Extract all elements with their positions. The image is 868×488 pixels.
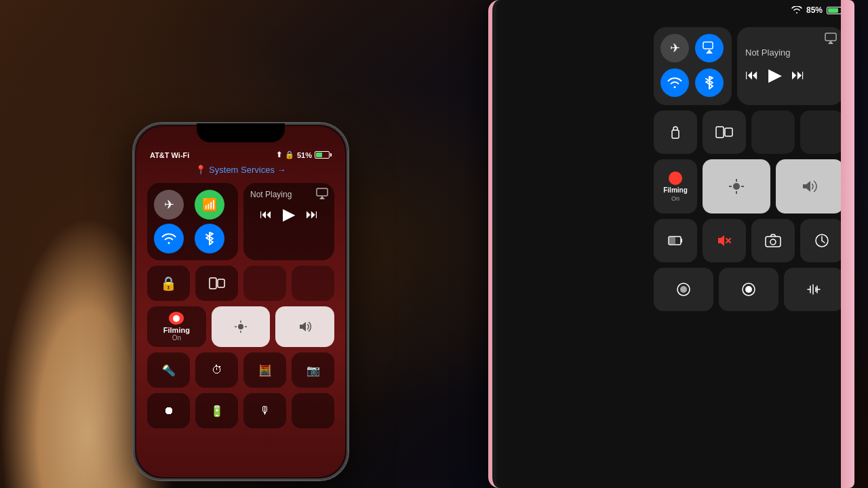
location-icon: 📍 [195, 165, 206, 175]
ipad-next-button[interactable]: ⏭ [791, 67, 805, 83]
svg-rect-14 [725, 128, 732, 136]
calculator-button[interactable]: 🧮 [243, 352, 286, 388]
ipad-play-button[interactable]: ▶ [768, 64, 782, 85]
play-pause-button[interactable]: ▶ [283, 205, 295, 224]
svg-marker-9 [300, 322, 306, 331]
ipad-lock-rotation-button[interactable] [654, 110, 697, 154]
ipad-bluetooth-button[interactable] [695, 68, 724, 97]
camera-button[interactable]: 📷 [292, 352, 334, 388]
ipad-noise-control-button[interactable] [784, 268, 844, 311]
ipad-fourth-row [654, 219, 844, 262]
bluetooth-button[interactable] [195, 224, 224, 253]
svg-point-3 [173, 315, 180, 322]
ipad-second-row [654, 110, 844, 154]
ipad-area: 85% ✈ [461, 0, 854, 488]
iphone-control-center: ✈ 📶 [136, 178, 345, 434]
brightness-slider[interactable] [212, 306, 271, 347]
iphone-location-header[interactable]: 📍 System Services → [136, 162, 345, 178]
screen-mirror-button[interactable] [195, 266, 238, 301]
iphone-battery-pct: 51% [297, 151, 312, 159]
svg-point-15 [733, 183, 740, 190]
timer-button[interactable]: ⏱ [195, 352, 238, 388]
svg-point-4 [238, 324, 243, 329]
svg-point-32 [745, 286, 752, 293]
battery-mode-button[interactable]: 🔋 [195, 393, 238, 428]
filming-sublabel: On [172, 334, 181, 342]
do-not-disturb-button[interactable] [243, 266, 286, 301]
svg-marker-20 [803, 181, 810, 192]
svg-rect-12 [672, 130, 679, 138]
ipad-prev-button[interactable]: ⏮ [745, 67, 759, 83]
ipad-control-center: ✈ [654, 27, 844, 311]
screen-record-button[interactable]: ⏺ [147, 393, 190, 428]
airplane-mode-button[interactable]: ✈ [154, 190, 184, 220]
ipad-unknown-btn-2[interactable] [800, 110, 844, 154]
flashlight-button[interactable]: 🔦 [147, 352, 190, 388]
filming-indicator [169, 312, 184, 325]
ipad-now-playing-panel: Not Playing ⏮ ▶ ⏭ [737, 27, 844, 105]
ipad-low-power-button[interactable] [654, 219, 697, 262]
ipad-volume-slider[interactable] [776, 159, 844, 214]
svg-rect-13 [716, 127, 724, 138]
ipad-screen-mirror-button[interactable] [703, 110, 746, 154]
ipad-top-row: ✈ [654, 27, 844, 105]
ipad-screen-record-button[interactable] [719, 268, 778, 311]
ipad-filming-button[interactable]: Filming On [654, 159, 697, 214]
ipad-fifth-row [654, 268, 844, 311]
ipad-camera-button[interactable] [751, 219, 795, 262]
iphone-lock-icon: 🔒 [285, 150, 294, 159]
ipad-connectivity-panel: ✈ [654, 27, 732, 105]
ipad-wifi-icon [791, 6, 802, 14]
ipad-filming-sublabel: On [671, 195, 679, 202]
svg-rect-0 [317, 188, 328, 196]
svg-rect-23 [681, 239, 682, 243]
iphone-last-row: ⏺ 🔋 🎙 [147, 393, 334, 428]
system-services-label: System Services → [209, 165, 285, 175]
ipad-device: 85% ✈ [488, 0, 854, 488]
svg-rect-1 [210, 278, 216, 289]
iphone-filming-row: Filming On [147, 306, 334, 347]
ipad-screen: 85% ✈ [496, 0, 854, 488]
iphone-location-icon: ⬆ [276, 150, 282, 159]
filming-button[interactable]: Filming On [147, 306, 206, 347]
lock-rotation-button[interactable]: 🔒 [147, 266, 190, 301]
cellular-button[interactable]: 📶 [195, 190, 224, 220]
iphone-second-row: 🔒 [147, 266, 334, 301]
extra-button[interactable] [292, 393, 334, 428]
ipad-status-bar: 85% [791, 5, 844, 15]
iphone-notch [197, 123, 285, 142]
svg-rect-22 [669, 237, 675, 244]
volume-slider[interactable] [275, 306, 334, 347]
iphone-status-bar: AT&T Wi-Fi ⬆ 🔒 51% [136, 145, 345, 162]
ipad-filming-label: Filming [663, 186, 688, 194]
ipad-airplay-icon[interactable] [825, 33, 837, 47]
ipad-clock-button[interactable] [800, 219, 844, 262]
iphone-bottom-row: 🔦 ⏱ 🧮 📷 [147, 352, 334, 388]
iphone-device: AT&T Wi-Fi ⬆ 🔒 51% 📍 System Services → [132, 122, 349, 481]
filming-label: Filming [163, 326, 190, 334]
ipad-filming-dot [669, 171, 682, 185]
wifi-button[interactable] [154, 224, 184, 253]
next-button[interactable]: ⏭ [306, 207, 318, 222]
ipad-third-row: Filming On [654, 159, 844, 214]
voice-memo-button[interactable]: 🎙 [243, 393, 286, 428]
ipad-airplay-button[interactable] [695, 34, 724, 62]
ipad-unknown-btn-1[interactable] [751, 110, 795, 154]
svg-point-27 [770, 239, 776, 245]
iphone-battery-icon [315, 151, 332, 159]
ipad-airplane-button[interactable]: ✈ [660, 34, 689, 62]
iphone-screen: AT&T Wi-Fi ⬆ 🔒 51% 📍 System Services → [136, 126, 345, 477]
ipad-brightness-slider[interactable] [703, 159, 770, 214]
iphone-top-row: ✈ 📶 [147, 183, 334, 260]
previous-button[interactable]: ⏮ [260, 207, 272, 222]
ipad-mute-button[interactable] [703, 219, 746, 262]
unknown-button-1[interactable] [292, 266, 334, 301]
ipad-accessibility-button[interactable] [654, 268, 713, 311]
ipad-wifi-button[interactable] [660, 68, 689, 97]
airplay-icon[interactable] [315, 187, 329, 201]
svg-rect-10 [703, 42, 713, 49]
ipad-battery-pct: 85% [806, 5, 823, 15]
iphone-carrier: AT&T Wi-Fi [150, 151, 189, 159]
iphone-now-playing-panel: Not Playing ⏮ ▶ ⏭ [243, 183, 334, 260]
iphone-connectivity-panel: ✈ 📶 [147, 183, 238, 260]
